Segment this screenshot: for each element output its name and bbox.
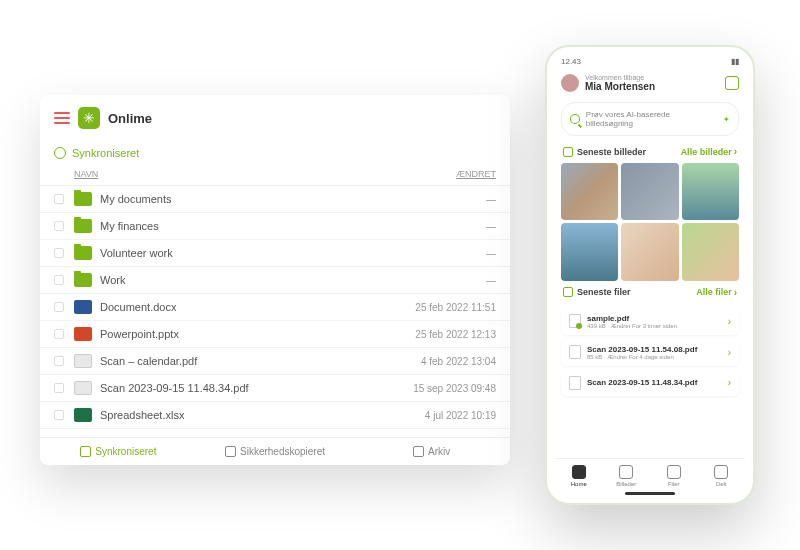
checkbox[interactable]	[54, 248, 64, 258]
nav-icon	[667, 465, 681, 479]
file-name: Spreadsheet.xlsx	[100, 409, 396, 421]
section-files-title: Seneste filer	[577, 287, 631, 297]
pdf-icon	[74, 381, 92, 395]
tab-arkiv[interactable]: Arkiv	[353, 446, 510, 457]
file-list: My documents—My finances—Volunteer work—…	[40, 186, 510, 437]
tab-icon	[413, 446, 424, 457]
file-row[interactable]: Scan 2023-09-15 11.48.34.pdf15 sep 2023 …	[40, 375, 510, 402]
link-all-files[interactable]: Alle filer›	[696, 287, 737, 298]
checkbox[interactable]	[54, 275, 64, 285]
recent-file[interactable]: sample.pdf439 kB · Ændret For 3 timer si…	[561, 308, 739, 335]
file-name: Powerpoint.pptx	[100, 328, 396, 340]
recent-file[interactable]: Scan 2023-09-15 11.48.34.pdf›	[561, 370, 739, 396]
nav-icon	[619, 465, 633, 479]
file-modified: —	[396, 248, 496, 259]
nav-filer[interactable]: Filer	[650, 465, 698, 487]
pdf-icon	[74, 354, 92, 368]
checkbox[interactable]	[54, 383, 64, 393]
file-name: My finances	[100, 220, 396, 232]
checkbox[interactable]	[54, 194, 64, 204]
folder-icon	[74, 192, 92, 206]
docx-icon	[74, 300, 92, 314]
images-icon	[563, 147, 573, 157]
checkbox[interactable]	[54, 302, 64, 312]
recent-file[interactable]: Scan 2023-09-15 11.54.08.pdf85 kB · Ændr…	[561, 339, 739, 366]
nav-delt[interactable]: Delt	[698, 465, 746, 487]
file-name: Scan – calendar.pdf	[100, 355, 396, 367]
checkbox[interactable]	[54, 221, 64, 231]
file-icon	[569, 376, 581, 390]
thumb[interactable]	[621, 223, 678, 280]
file-modified: 4 feb 2022 13:04	[396, 356, 496, 367]
chevron-right-icon: ›	[728, 316, 731, 327]
recent-files: sample.pdf439 kB · Ændret For 3 timer si…	[555, 304, 745, 458]
file-row[interactable]: Powerpoint.pptx25 feb 2022 12:13	[40, 321, 510, 348]
link-all-images[interactable]: Alle billeder›	[681, 146, 737, 157]
thumb[interactable]	[682, 223, 739, 280]
file-modified: —	[396, 221, 496, 232]
menu-icon[interactable]	[54, 112, 70, 124]
nav-home[interactable]: Home	[555, 465, 603, 487]
sparkle-icon: ✦	[723, 115, 730, 124]
file-icon	[569, 314, 581, 328]
status-time: 12.43	[561, 57, 581, 66]
file-row[interactable]: My finances—	[40, 213, 510, 240]
file-name: Work	[100, 274, 396, 286]
file-row[interactable]: Volunteer work—	[40, 240, 510, 267]
nav-icon	[714, 465, 728, 479]
folder-icon	[74, 246, 92, 260]
tab-synkroniseret[interactable]: Synkroniseret	[40, 446, 197, 457]
chevron-right-icon: ›	[734, 146, 737, 157]
file-row[interactable]: Document.docx25 feb 2022 11:51	[40, 294, 510, 321]
file-modified: 4 jul 2022 10:19	[396, 410, 496, 421]
file-name: sample.pdf	[587, 314, 722, 323]
checkbox[interactable]	[54, 329, 64, 339]
file-meta: 439 kB · Ændret For 3 timer siden	[587, 323, 722, 329]
chevron-right-icon: ›	[728, 347, 731, 358]
file-name: Document.docx	[100, 301, 396, 313]
file-icon	[569, 345, 581, 359]
file-name: Scan 2023-09-15 11.48.34.pdf	[587, 378, 722, 387]
desktop-header: ✳ Onlime	[40, 95, 510, 141]
greeting-text: Velkommen tilbage Mia Mortensen	[585, 74, 719, 92]
file-modified: —	[396, 275, 496, 286]
file-row[interactable]: Scan – calendar.pdf4 feb 2022 13:04	[40, 348, 510, 375]
greeting-row: Velkommen tilbage Mia Mortensen	[555, 68, 745, 98]
avatar[interactable]	[561, 74, 579, 92]
tab-sikkerhedskopieret[interactable]: Sikkerhedskopieret	[197, 446, 354, 457]
file-row[interactable]: Work—	[40, 267, 510, 294]
thumb[interactable]	[561, 163, 618, 220]
file-name: Volunteer work	[100, 247, 396, 259]
xlsx-icon	[74, 408, 92, 422]
image-grid	[555, 163, 745, 281]
files-icon	[563, 287, 573, 297]
file-name: Scan 2023-09-15 11.48.34.pdf	[100, 382, 396, 394]
file-modified: 25 feb 2022 11:51	[396, 302, 496, 313]
search-icon	[570, 114, 580, 124]
tab-icon	[225, 446, 236, 457]
phone-frame: 12.43 ▮▮ Velkommen tilbage Mia Mortensen…	[545, 45, 755, 505]
col-name[interactable]: NAVN	[74, 169, 406, 179]
checkbox[interactable]	[54, 356, 64, 366]
file-row[interactable]: Spreadsheet.xlsx4 jul 2022 10:19	[40, 402, 510, 429]
search-bar[interactable]: Prøv vores AI-baserede billedsøgning ✦	[561, 102, 739, 136]
thumb[interactable]	[682, 163, 739, 220]
folder-icon	[74, 219, 92, 233]
col-modified[interactable]: ÆNDRET	[406, 169, 496, 179]
thumb[interactable]	[561, 223, 618, 280]
nav-billeder[interactable]: Billeder	[603, 465, 651, 487]
chevron-right-icon: ›	[728, 377, 731, 388]
file-modified: 15 sep 2023 09:48	[396, 383, 496, 394]
bottom-tabs: SynkroniseretSikkerhedskopieretArkiv	[40, 437, 510, 465]
sync-label: Synkroniseret	[72, 147, 139, 159]
thumb[interactable]	[621, 163, 678, 220]
status-bar: 12.43 ▮▮	[555, 55, 745, 68]
folder-icon	[74, 273, 92, 287]
section-images-title: Seneste billeder	[577, 147, 646, 157]
file-name: Scan 2023-09-15 11.54.08.pdf	[587, 345, 722, 354]
gear-icon[interactable]	[725, 76, 739, 90]
file-row[interactable]: My documents—	[40, 186, 510, 213]
chevron-right-icon: ›	[734, 287, 737, 298]
file-meta: 85 kB · Ændret For 4 dage siden	[587, 354, 722, 360]
checkbox[interactable]	[54, 410, 64, 420]
